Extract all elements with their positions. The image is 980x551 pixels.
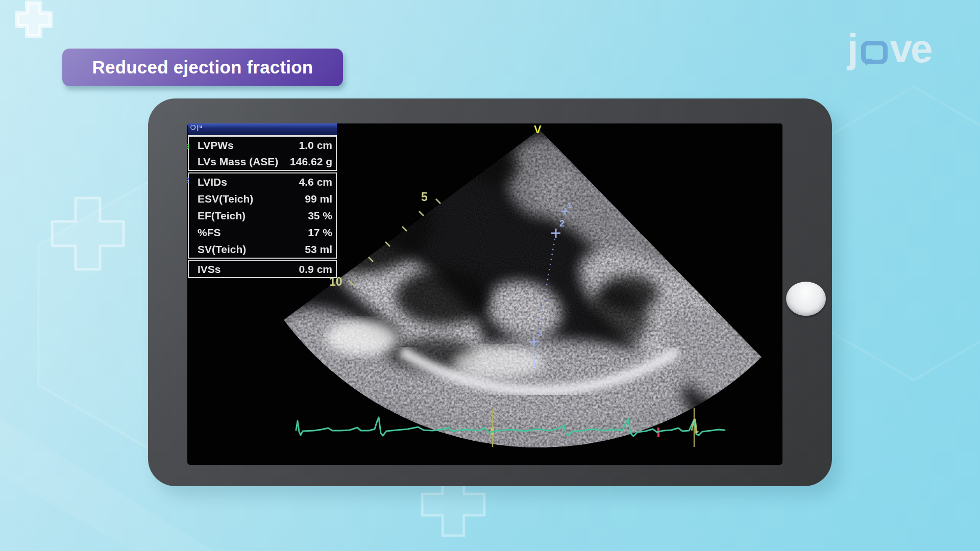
measurement-value: 99 ml: [305, 193, 332, 205]
depth-marker-5: 5: [421, 190, 428, 204]
measurement-panel: ❍|ᵘ LVPWs 1.0 cm LVs Mass (ASE) 146.62 g…: [188, 123, 337, 278]
tablet-device: 5 10 V 1 2 3: [148, 98, 832, 486]
title-badge: Reduced ejection fraction: [62, 48, 343, 86]
measurement-label: LVIDs: [198, 176, 227, 188]
measurement-label: IVSs: [198, 263, 221, 276]
measurement-label: EF(Teich): [198, 210, 246, 222]
caliper-label-1: 1: [568, 201, 572, 209]
measurement-panel-header: ❍|ᵘ: [188, 123, 337, 136]
measurement-label: ESV(Teich): [198, 193, 253, 205]
header-glyphs: ❍|ᵘ: [190, 124, 203, 131]
measurement-value: 4.6 cm: [299, 176, 332, 188]
slide-background: Reduced ejection fraction j ve: [0, 0, 980, 551]
orientation-v-marker: V: [534, 123, 542, 136]
measurement-row: EF(Teich) 35 %: [189, 207, 336, 224]
logo-letters-ve: ve: [890, 29, 932, 68]
measurement-value: 1.0 cm: [299, 139, 332, 152]
measurement-value: 0.9 cm: [299, 263, 332, 276]
measurement-value: 146.62 g: [290, 156, 332, 168]
jove-logo: j ve: [847, 29, 931, 68]
measurement-label: LVPWs: [198, 139, 234, 152]
measurement-value: 35 %: [308, 210, 332, 222]
logo-letter-j: j: [847, 29, 859, 68]
measurement-label: LVs Mass (ASE): [198, 156, 278, 168]
measurement-row: %FS 17 %: [189, 224, 336, 241]
measurement-row: LVs Mass (ASE) 146.62 g: [189, 154, 336, 170]
measurement-group: LVPWs 1.0 cm LVs Mass (ASE) 146.62 g: [188, 136, 337, 171]
caliper-label-3: 3: [538, 329, 543, 338]
measurement-group: IVSs 0.9 cm: [188, 260, 337, 278]
measurement-row: SV(Teich) 53 ml: [189, 241, 336, 258]
measurement-group: LVIDs 4.6 cm ESV(Teich) 99 ml EF(Teich) …: [188, 172, 337, 259]
caliper-set-indicator: 2: [187, 176, 189, 184]
measurement-label: %FS: [198, 227, 221, 239]
measurement-row: LVIDs 4.6 cm: [189, 173, 336, 190]
medical-cross-icon: [17, 3, 51, 36]
caliper-set-indicator: 3: [187, 142, 189, 151]
speech-bubble-o-icon: [861, 41, 888, 64]
caliper-label-2: 2: [559, 218, 565, 229]
measurement-row: IVSs 0.9 cm: [189, 261, 336, 277]
measurement-row: ESV(Teich) 99 ml: [189, 190, 336, 207]
title-badge-label: Reduced ejection fraction: [92, 57, 313, 78]
ultrasound-screen: 5 10 V 1 2 3: [187, 123, 782, 465]
measurement-value: 53 ml: [305, 243, 332, 256]
measurement-row: LVPWs 1.0 cm: [189, 137, 336, 154]
measurement-value: 17 %: [308, 227, 332, 239]
measurement-label: SV(Teich): [198, 243, 246, 256]
home-button[interactable]: [786, 282, 826, 316]
